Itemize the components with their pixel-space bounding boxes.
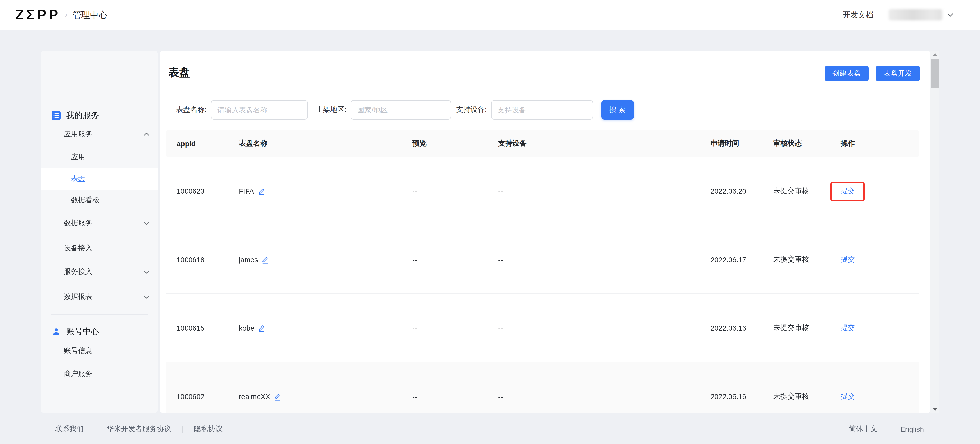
sidebar-item-label: 账号信息 bbox=[64, 347, 92, 356]
edit-pencil-icon[interactable] bbox=[262, 255, 269, 264]
footer-divider bbox=[95, 426, 95, 433]
cell-status: 未提交审核 bbox=[773, 323, 841, 332]
cell-apply-date: 2022.06.20 bbox=[711, 187, 773, 195]
cell-devices: -- bbox=[498, 187, 711, 195]
column-header-name: 表盘名称 bbox=[239, 139, 412, 148]
cell-devices: -- bbox=[498, 392, 711, 401]
sidebar-group-label: 账号中心 bbox=[66, 326, 99, 337]
table-row: 1000602 realmeXX -- -- 2022.06.16 未提交审核 … bbox=[166, 362, 919, 413]
cell-status: 未提交审核 bbox=[773, 186, 841, 195]
cell-appid: 1000602 bbox=[177, 392, 239, 401]
column-header-preview: 预览 bbox=[412, 139, 498, 148]
privacy-policy-link[interactable]: 隐私协议 bbox=[194, 425, 223, 434]
main-panel: 表盘 创建表盘 表盘开发 表盘名称: 上架地区: 支持设备: 搜 索 appId… bbox=[160, 51, 931, 413]
column-header-devices: 支持设备 bbox=[498, 139, 711, 148]
cell-appid: 1000618 bbox=[177, 255, 239, 264]
language-en-link[interactable]: English bbox=[900, 425, 924, 433]
title-divider bbox=[169, 88, 922, 88]
sidebar-item-label: 数据服务 bbox=[64, 219, 92, 228]
breadcrumb-separator-icon: › bbox=[65, 10, 67, 20]
sidebar-item-account-info[interactable]: 账号信息 bbox=[41, 342, 158, 360]
scrollbar-thumb[interactable] bbox=[931, 59, 939, 88]
list-icon bbox=[52, 111, 61, 120]
cell-preview: -- bbox=[412, 324, 498, 332]
sidebar-item-label: 商户服务 bbox=[64, 369, 92, 379]
column-header-status: 审核状态 bbox=[773, 139, 841, 148]
edit-pencil-icon[interactable] bbox=[258, 187, 265, 195]
chevron-down-icon bbox=[143, 295, 150, 299]
sidebar-item-watchface-selected[interactable]: 表盘 bbox=[41, 168, 158, 190]
sidebar-item-app-services[interactable]: 应用服务 bbox=[41, 126, 158, 143]
filter-bar: 表盘名称: 上架地区: 支持设备: 搜 索 bbox=[176, 100, 634, 120]
region-input[interactable] bbox=[351, 100, 451, 120]
cell-preview: -- bbox=[412, 255, 498, 264]
device-input[interactable] bbox=[491, 100, 593, 120]
sidebar-item-label: 应用 bbox=[71, 153, 85, 162]
sidebar-item-data-services[interactable]: 数据服务 bbox=[41, 215, 158, 232]
edit-pencil-icon[interactable] bbox=[274, 392, 282, 401]
cell-status: 未提交审核 bbox=[773, 255, 841, 264]
cell-preview: -- bbox=[412, 187, 498, 195]
table-row: 1000615 kobe -- -- 2022.06.16 未提交审核 提交 bbox=[166, 294, 919, 362]
scrollbar-down-arrow-icon[interactable] bbox=[931, 405, 939, 413]
developer-agreement-link[interactable]: 华米开发者服务协议 bbox=[107, 425, 171, 434]
watchface-name-input[interactable] bbox=[211, 100, 308, 120]
scrollbar-up-arrow-icon[interactable] bbox=[931, 51, 939, 58]
develop-watchface-button[interactable]: 表盘开发 bbox=[876, 66, 920, 81]
user-icon bbox=[52, 327, 61, 336]
sidebar-item-label: 设备接入 bbox=[64, 244, 92, 253]
breadcrumb: 管理中心 bbox=[73, 9, 107, 21]
docs-link[interactable]: 开发文档 bbox=[843, 10, 873, 20]
table-body: 1000623 FIFA -- -- 2022.06.20 未提交审核 提交 1… bbox=[166, 157, 919, 413]
cell-name: james bbox=[239, 255, 412, 264]
sidebar-item-label: 数据看板 bbox=[71, 196, 100, 205]
sidebar-item-data-dashboard[interactable]: 数据看板 bbox=[41, 192, 158, 209]
table-row: 1000623 FIFA -- -- 2022.06.20 未提交审核 提交 bbox=[166, 157, 919, 225]
footer: 联系我们 华米开发者服务协议 隐私协议 简体中文 English bbox=[0, 420, 980, 438]
footer-divider bbox=[182, 426, 183, 433]
create-watchface-button[interactable]: 创建表盘 bbox=[825, 66, 869, 81]
cell-status: 未提交审核 bbox=[773, 392, 841, 401]
cell-appid: 1000623 bbox=[177, 187, 239, 195]
contact-us-link[interactable]: 联系我们 bbox=[55, 425, 84, 434]
search-button[interactable]: 搜 索 bbox=[601, 100, 634, 120]
column-header-apply-date: 申请时间 bbox=[711, 139, 773, 148]
cell-name: realmeXX bbox=[239, 392, 412, 401]
chevron-up-icon bbox=[143, 133, 150, 136]
cell-devices: -- bbox=[498, 324, 711, 332]
sidebar-group-account-center[interactable]: 账号中心 bbox=[41, 323, 158, 340]
submit-link[interactable]: 提交 bbox=[841, 392, 919, 401]
sidebar-divider bbox=[51, 314, 148, 315]
table-header: appId 表盘名称 预览 支持设备 申请时间 审核状态 操作 bbox=[166, 130, 919, 157]
language-zh-link[interactable]: 简体中文 bbox=[849, 425, 877, 434]
submit-link[interactable]: 提交 bbox=[841, 323, 919, 332]
sidebar-item-device-access[interactable]: 设备接入 bbox=[41, 240, 158, 257]
sidebar-item-label: 数据报表 bbox=[64, 292, 92, 302]
submit-link[interactable]: 提交 bbox=[841, 186, 919, 195]
column-header-appid: appId bbox=[177, 139, 239, 148]
watchface-name: kobe bbox=[239, 324, 255, 332]
footer-divider bbox=[889, 426, 889, 433]
watchface-name: realmeXX bbox=[239, 392, 270, 401]
sidebar-group-my-services[interactable]: 我的服务 bbox=[41, 107, 158, 124]
cell-apply-date: 2022.06.16 bbox=[711, 324, 773, 332]
sidebar-item-service-access[interactable]: 服务接入 bbox=[41, 263, 158, 281]
top-header: ZΣPP › 管理中心 开发文档 bbox=[0, 0, 980, 30]
table-row: 1000618 james -- -- 2022.06.17 未提交审核 提交 bbox=[166, 225, 919, 294]
watchface-name: james bbox=[239, 255, 258, 264]
sidebar-item-label: 服务接入 bbox=[64, 267, 92, 276]
cell-name: FIFA bbox=[239, 187, 412, 195]
zepp-logo[interactable]: ZΣPP bbox=[15, 7, 60, 23]
sidebar-item-merchant-services[interactable]: 商户服务 bbox=[41, 365, 158, 383]
cell-name: kobe bbox=[239, 324, 412, 332]
sidebar-item-data-reports[interactable]: 数据报表 bbox=[41, 288, 158, 305]
user-name-redacted[interactable] bbox=[889, 9, 942, 21]
cell-preview: -- bbox=[412, 392, 498, 401]
edit-pencil-icon[interactable] bbox=[258, 324, 266, 332]
region-label: 上架地区: bbox=[316, 105, 347, 115]
submit-link[interactable]: 提交 bbox=[841, 255, 919, 264]
vertical-scrollbar[interactable] bbox=[931, 51, 939, 413]
cell-devices: -- bbox=[498, 255, 711, 264]
chevron-down-icon[interactable] bbox=[947, 13, 953, 17]
sidebar-item-app[interactable]: 应用 bbox=[41, 149, 158, 166]
